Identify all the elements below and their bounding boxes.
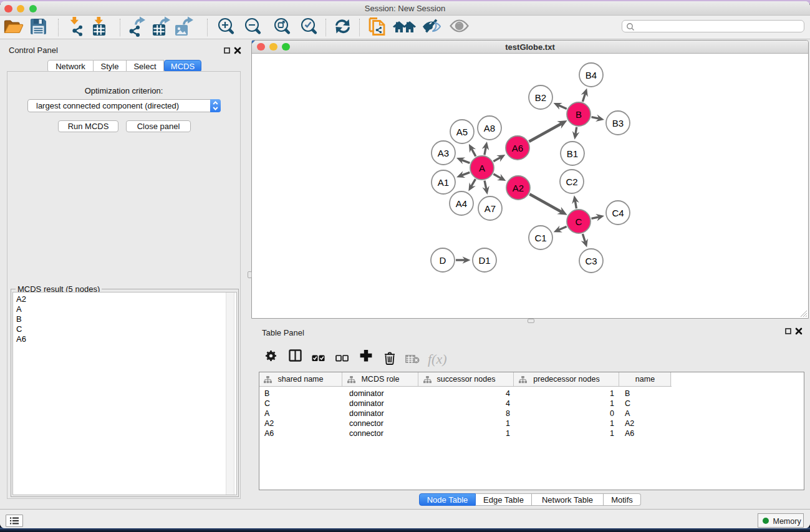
svg-text:B1: B1 bbox=[567, 148, 578, 159]
svg-text:A7: A7 bbox=[485, 203, 496, 214]
svg-text:C: C bbox=[576, 216, 582, 227]
svg-text:B2: B2 bbox=[535, 92, 546, 103]
svg-text:B3: B3 bbox=[612, 118, 624, 128]
svg-text:A6: A6 bbox=[512, 143, 523, 153]
svg-text:C1: C1 bbox=[534, 233, 546, 243]
svg-text:C2: C2 bbox=[566, 177, 577, 187]
svg-text:A4: A4 bbox=[456, 198, 467, 209]
svg-text:B4: B4 bbox=[586, 70, 597, 80]
svg-text:A8: A8 bbox=[484, 123, 495, 133]
svg-text:A: A bbox=[479, 163, 485, 173]
svg-text:C4: C4 bbox=[612, 208, 624, 218]
svg-text:B: B bbox=[576, 109, 582, 120]
svg-text:D1: D1 bbox=[478, 255, 490, 266]
svg-text:C3: C3 bbox=[585, 256, 597, 266]
svg-text:A2: A2 bbox=[513, 183, 524, 193]
svg-text:A3: A3 bbox=[438, 148, 449, 158]
svg-text:D: D bbox=[440, 255, 446, 266]
svg-text:A1: A1 bbox=[438, 177, 449, 188]
svg-text:A5: A5 bbox=[456, 127, 468, 137]
